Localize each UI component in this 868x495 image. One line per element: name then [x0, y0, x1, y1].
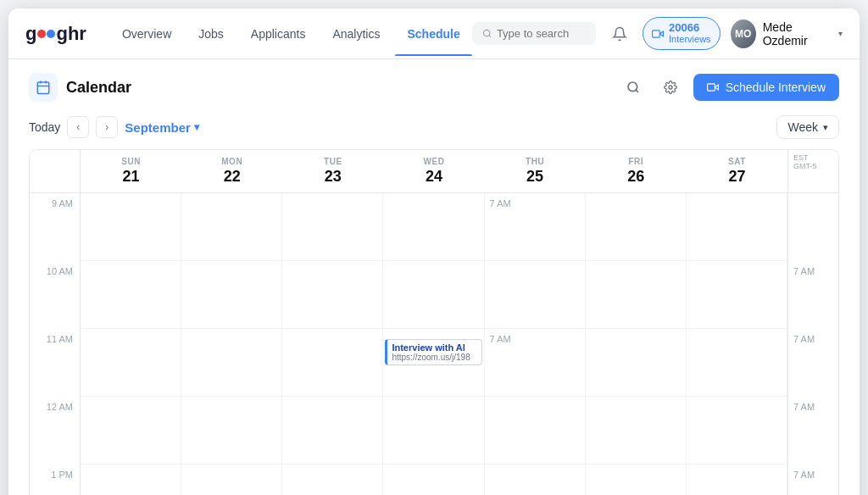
svg-point-10 — [669, 86, 672, 89]
svg-marker-11 — [715, 85, 718, 90]
cell-wed-12pm[interactable] — [383, 397, 484, 464]
prev-week-button[interactable]: ‹ — [67, 116, 89, 138]
cell-sat-12pm[interactable] — [687, 397, 787, 464]
day-header-mon: MON 22 — [181, 150, 282, 192]
cell-fri-11am[interactable] — [586, 329, 687, 397]
search-input[interactable] — [497, 27, 587, 40]
nav-applicants[interactable]: Applicants — [239, 20, 318, 47]
cell-mon-11am[interactable] — [181, 329, 282, 397]
time-1pm: 1 PM — [30, 464, 81, 495]
cell-mon-10am[interactable] — [181, 261, 282, 329]
logo[interactable]: g ghr — [25, 23, 86, 45]
svg-line-1 — [488, 36, 490, 37]
cell-sat-1pm[interactable] — [687, 464, 787, 495]
content-header: Calendar Schedule Interview — [29, 73, 839, 102]
navbar: g ghr Overview Jobs Applicants Analytics… — [8, 8, 860, 59]
cell-fri-9am[interactable] — [586, 193, 687, 261]
cell-sun-10am[interactable] — [81, 261, 181, 329]
nav-schedule[interactable]: Schedule — [395, 20, 471, 47]
cell-thu-11am[interactable]: 7 AM — [485, 329, 586, 397]
today-button[interactable]: Today — [29, 120, 60, 134]
cell-tue-11am[interactable] — [282, 329, 383, 397]
day-header-thu: THU 25 — [485, 150, 586, 192]
cell-sat-11am[interactable] — [687, 329, 787, 397]
svg-rect-4 — [37, 82, 49, 94]
cell-mon-9am[interactable] — [181, 193, 282, 261]
gear-icon — [664, 81, 677, 94]
cell-tue-1pm[interactable] — [282, 464, 383, 495]
cell-thu-10am[interactable] — [485, 261, 586, 329]
user-menu[interactable]: MO Mede Ozdemir ▾ — [731, 19, 843, 48]
chevron-month-icon: ▾ — [194, 121, 199, 133]
time-10am: 10 AM — [30, 261, 81, 329]
cell-sat-10am[interactable] — [687, 261, 787, 329]
app-window: g ghr Overview Jobs Applicants Analytics… — [8, 8, 860, 495]
video-icon — [652, 28, 664, 40]
cell-thu-9am[interactable]: 7 AM — [485, 193, 586, 261]
cell-wed-9am[interactable] — [383, 193, 484, 261]
search-calendar-button[interactable] — [619, 73, 648, 102]
month-selector[interactable]: September ▾ — [125, 120, 199, 135]
svg-point-0 — [483, 30, 489, 36]
cell-thu-12pm[interactable] — [485, 397, 586, 464]
nav-right: 20066 Interviews MO Mede Ozdemir ▾ — [472, 17, 843, 49]
calendar-body: 9 AM 7 AM 10 AM 7 AM — [30, 193, 838, 495]
cell-sat-9am[interactable] — [687, 193, 787, 261]
calendar-title: Calendar — [29, 73, 131, 102]
time-12pm: 12 AM — [30, 397, 81, 464]
bell-icon — [612, 26, 627, 42]
search-icon-calendar — [626, 81, 640, 94]
nav-overview[interactable]: Overview — [110, 20, 183, 47]
header-actions: Schedule Interview — [619, 73, 839, 102]
day-header-sun: SUN 21 — [81, 150, 181, 192]
cell-wed-11am[interactable]: Interview with Al https://zoom.us/j/198 — [383, 329, 484, 397]
cell-mon-1pm[interactable] — [181, 464, 282, 495]
nav-links: Overview Jobs Applicants Analytics Sched… — [110, 20, 472, 47]
cell-fri-1pm[interactable] — [586, 464, 687, 495]
right-11am: 7 AM — [787, 329, 838, 397]
svg-point-8 — [628, 82, 637, 92]
search-icon — [482, 28, 492, 39]
cell-sun-12pm[interactable] — [81, 397, 181, 464]
svg-marker-2 — [659, 31, 663, 36]
cell-sun-1pm[interactable] — [81, 464, 181, 495]
calendar-controls: Today ‹ › September ▾ Week ▾ — [29, 115, 839, 139]
cell-tue-12pm[interactable] — [282, 397, 383, 464]
interviews-badge[interactable]: 20066 Interviews — [643, 17, 721, 49]
schedule-interview-button[interactable]: Schedule Interview — [693, 74, 839, 101]
nav-analytics[interactable]: Analytics — [320, 20, 392, 47]
video-schedule-icon — [707, 81, 719, 93]
search-box[interactable] — [472, 22, 597, 45]
cell-wed-10am[interactable] — [383, 261, 484, 329]
notifications-button[interactable] — [606, 19, 632, 48]
cell-thu-1pm[interactable] — [485, 464, 586, 495]
event-interview-alex-11am[interactable]: Interview with Al https://zoom.us/j/198 — [385, 339, 481, 365]
calendar-content: Calendar Schedule Interview Today ‹ — [8, 59, 860, 495]
time-11am: 11 AM — [30, 329, 81, 397]
cell-sun-9am[interactable] — [81, 193, 181, 261]
interviews-label: Interviews — [669, 34, 711, 45]
nav-jobs[interactable]: Jobs — [186, 20, 236, 47]
next-week-button[interactable]: › — [96, 116, 118, 138]
svg-rect-3 — [653, 30, 660, 36]
day-header-sat: SAT 27 — [687, 150, 787, 192]
cell-fri-12pm[interactable] — [586, 397, 687, 464]
cell-wed-1pm[interactable] — [383, 464, 484, 495]
cell-tue-9am[interactable] — [282, 193, 383, 261]
view-selector[interactable]: Week ▾ — [776, 115, 839, 139]
chevron-view-icon: ▾ — [823, 122, 828, 133]
cell-fri-10am[interactable] — [586, 261, 687, 329]
right-12pm: 7 AM — [787, 397, 838, 464]
day-header-tue: TUE 23 — [282, 150, 383, 192]
user-name: Mede Ozdemir — [763, 20, 832, 47]
interviews-count: 20066 — [669, 21, 711, 34]
right-10am: 7 AM — [787, 261, 838, 329]
time-gutter-header — [30, 150, 81, 192]
svg-line-9 — [636, 90, 638, 92]
cell-sun-11am[interactable] — [81, 329, 181, 397]
svg-rect-12 — [707, 84, 715, 91]
settings-button[interactable] — [656, 73, 685, 102]
cell-tue-10am[interactable] — [282, 261, 383, 329]
day-headers: SUN 21 MON 22 TUE 23 WED 24 THU 25 — [30, 150, 838, 193]
cell-mon-12pm[interactable] — [181, 397, 282, 464]
